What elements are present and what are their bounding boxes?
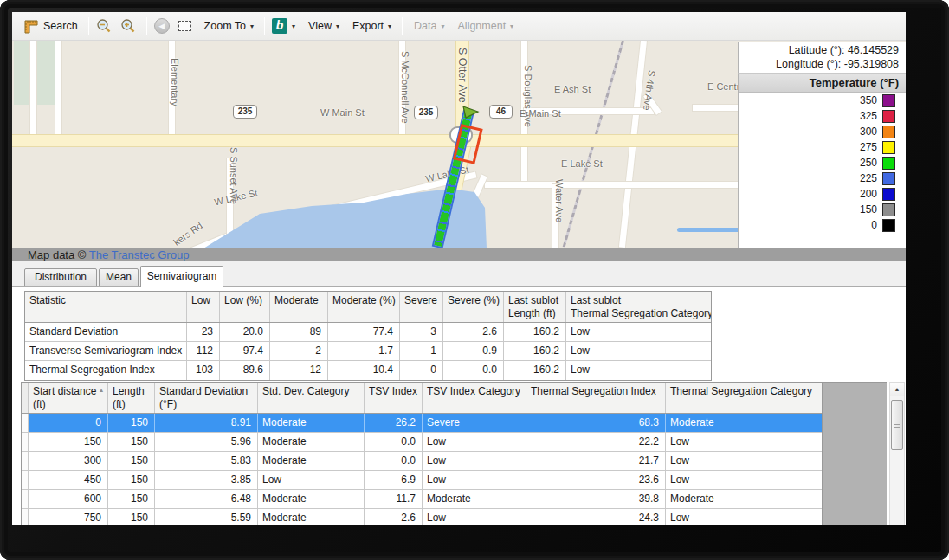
zoom-in-button[interactable] <box>120 18 136 34</box>
color-swatch <box>882 172 895 185</box>
table-row[interactable]: 6001506.48Moderate11.7Moderate39.8Modera… <box>22 490 822 509</box>
color-swatch <box>882 203 895 216</box>
tab-mean[interactable]: Mean <box>99 268 139 286</box>
coordinates-panel: Latitude (°): 46.145529 Longitude (°): -… <box>738 42 906 74</box>
export-label: Export <box>352 20 384 32</box>
column-header-thermal-segregation-category[interactable]: Thermal Segregation Category <box>666 383 822 413</box>
scrollbar-grip <box>894 422 900 428</box>
zoom-out-icon <box>96 18 112 34</box>
ruler-icon <box>24 19 39 34</box>
column-header[interactable]: Moderate (%) <box>328 292 400 322</box>
sublot-header-row: Start distance(ft)▴ Length(ft) Standard … <box>22 383 822 414</box>
bing-logo-icon: b <box>272 18 287 34</box>
street-label: Water Ave <box>554 179 565 222</box>
scroll-up-button[interactable]: ▲ <box>890 383 904 396</box>
view-label: View <box>308 20 332 32</box>
column-header-length[interactable]: Length(ft) <box>108 383 155 413</box>
column-header[interactable]: Severe (%) <box>443 292 504 322</box>
legend-title: Temperature (°F) <box>739 74 906 93</box>
street-label: Elementary <box>170 58 180 106</box>
map-attribution-bar: Map data © The Transtec Group <box>12 248 906 261</box>
column-header[interactable]: Low (%) <box>220 292 270 322</box>
legend-entry: 250 <box>739 155 906 171</box>
legend-entry: 325 <box>739 108 906 124</box>
app-window: Search ◀ Zoom To ▾ <box>0 0 949 560</box>
toolbar-separator <box>264 17 265 35</box>
attribution-link[interactable]: The Transtec Group <box>89 248 190 261</box>
tab-distribution[interactable]: Distribution <box>24 268 97 286</box>
column-header-tsv-index[interactable]: TSV Index <box>365 383 423 413</box>
legend-entry: 200 <box>739 186 906 202</box>
chevron-down-icon: ▾ <box>510 23 513 30</box>
legend-entry: 0 <box>739 217 906 233</box>
scrollbar-thumb[interactable] <box>891 400 903 450</box>
table-row-selected[interactable]: 01508.91Moderate26.2Severe68.3Moderate <box>22 414 822 433</box>
row-header-strip <box>22 383 29 413</box>
zoom-out-button[interactable] <box>96 18 112 34</box>
color-swatch <box>882 141 895 154</box>
zoom-in-icon <box>120 18 136 34</box>
chevron-down-icon: ▾ <box>250 23 254 30</box>
column-header-tsv-index-category[interactable]: TSV Index Category <box>423 383 526 413</box>
export-dropdown[interactable]: Export ▾ <box>348 20 391 32</box>
search-label: Search <box>43 20 78 32</box>
column-header[interactable]: Last sublotLength (ft) <box>504 292 566 322</box>
sort-ascending-icon[interactable]: ▴ <box>100 387 103 394</box>
table-row[interactable]: 3001505.83Moderate0.0Low21.7Low <box>22 452 822 471</box>
color-swatch <box>882 126 895 138</box>
tab-semivariogram[interactable]: Semivariogram <box>140 266 223 287</box>
map-canvas[interactable]: Elementary S McConnell Ave S Otter Ave S… <box>12 41 906 248</box>
column-header[interactable]: Moderate <box>270 292 328 322</box>
stats-row-transverse-semivariogram-index[interactable]: Transverse Semivariogram Index11297.421.… <box>25 342 711 361</box>
search-button[interactable]: Search <box>24 19 78 34</box>
legend-entry: 150 <box>739 202 906 217</box>
vertical-scrollbar[interactable]: ▲ <box>889 382 905 525</box>
color-swatch <box>882 94 895 107</box>
back-button[interactable]: ◀ <box>154 18 170 34</box>
route-shield-235: 235 <box>233 105 257 119</box>
table-row[interactable]: 4501503.85Low6.9Low23.6Low <box>22 471 822 490</box>
chevron-down-icon: ▾ <box>336 23 339 30</box>
street-label: S Sunset Ave <box>229 147 239 204</box>
alignment-dropdown: Alignment ▾ <box>454 20 514 32</box>
column-header-standard-deviation[interactable]: Standard Deviation(°F) <box>155 383 258 413</box>
column-header[interactable]: Severe <box>400 292 443 322</box>
view-dropdown[interactable]: View ▾ <box>304 20 339 32</box>
attribution-text: Map data © <box>28 248 89 261</box>
zoom-selection-button[interactable] <box>178 21 191 31</box>
toolbar-separator <box>402 17 403 35</box>
column-header-start-distance[interactable]: Start distance(ft)▴ <box>29 383 108 413</box>
alignment-label: Alignment <box>458 20 507 32</box>
table-row[interactable]: 7501505.59Moderate2.6Low24.3Low <box>22 509 822 525</box>
stats-row-thermal-segregation-index[interactable]: Thermal Segregation Index10389.61210.400… <box>25 361 711 380</box>
latitude-readout: Latitude (°): 46.145529 <box>739 43 899 57</box>
column-header[interactable]: Low <box>187 292 220 322</box>
table-row[interactable]: 1501505.96Moderate0.0Low22.2Low <box>22 433 822 452</box>
chevron-down-icon: ▾ <box>292 23 295 30</box>
statistics-summary-table: Statistic Low Low (%) Moderate Moderate … <box>24 291 712 381</box>
data-dropdown: Data ▾ <box>410 20 444 32</box>
column-header-std-dev-category[interactable]: Std. Dev. Category <box>258 383 365 413</box>
street-label: S McConnell Ave <box>400 51 410 124</box>
zoom-to-label: Zoom To <box>204 20 246 32</box>
legend-entry: 225 <box>739 171 906 186</box>
table-empty-area <box>823 382 887 525</box>
legend-entry: 275 <box>739 139 906 155</box>
toolbar-separator <box>88 17 89 35</box>
longitude-readout: Longitude (°): -95.319808 <box>739 57 899 71</box>
toolbar-separator <box>146 17 147 35</box>
zoom-to-dropdown[interactable]: Zoom To ▾ <box>200 20 254 32</box>
color-swatch <box>882 157 895 170</box>
sublot-data-table: Start distance(ft)▴ Length(ft) Standard … <box>21 382 823 525</box>
stats-row-standard-deviation[interactable]: Standard Deviation2320.08977.432.6160.2L… <box>25 323 711 342</box>
route-shield-235: 235 <box>414 106 438 119</box>
street-label: E Lake St <box>561 158 603 169</box>
stats-header-row: Statistic Low Low (%) Moderate Moderate … <box>25 292 711 323</box>
column-header[interactable]: Statistic <box>25 292 187 322</box>
color-swatch <box>882 219 895 232</box>
column-header[interactable]: Last sublotThermal Segregation Category <box>566 292 711 322</box>
start-flag-marker <box>462 105 480 122</box>
column-header-thermal-segregation-index[interactable]: Thermal Segregation Index <box>526 383 666 413</box>
legend-entry: 300 <box>739 124 906 139</box>
bing-maps-dropdown[interactable]: b ▾ <box>272 18 295 34</box>
